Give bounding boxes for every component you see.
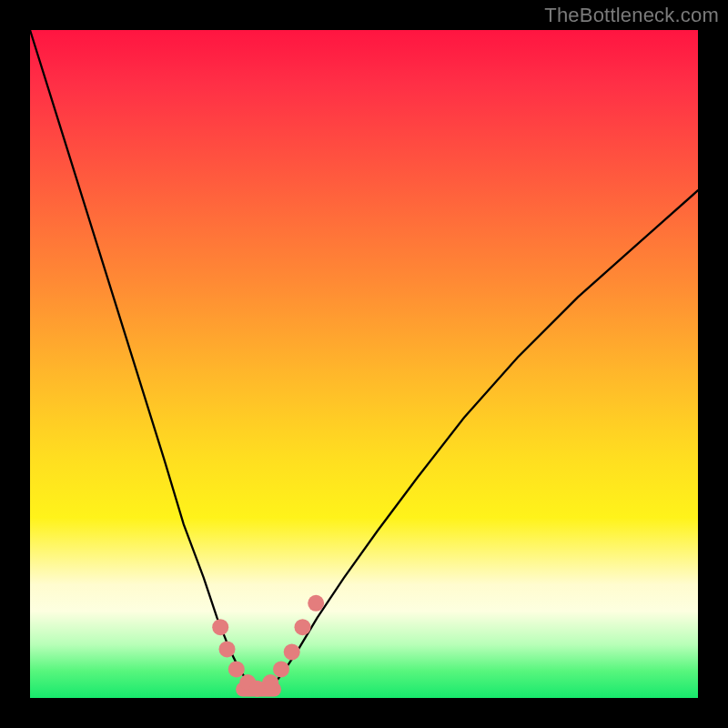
plot-area [30,30,698,698]
trough-dot [262,674,278,691]
trough-dot [295,619,311,635]
trough-dot [219,641,236,657]
watermark-text: TheBottleneck.com [544,4,719,27]
trough-dot [308,595,324,612]
trough-dot [273,661,289,677]
bottleneck-curve [30,30,698,690]
trough-dot [284,643,300,660]
trough-dot [212,619,228,635]
chart-svg [30,30,698,698]
trough-dots [212,595,324,697]
chart-frame: TheBottleneck.com [0,0,728,728]
trough-dot [228,661,245,677]
